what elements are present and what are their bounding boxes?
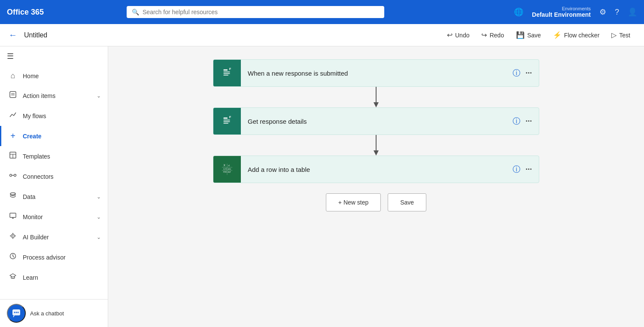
home-icon: ⌂ xyxy=(8,71,18,80)
step1-icon-box: F xyxy=(213,59,241,87)
sidebar-item-monitor[interactable]: Monitor ⌄ xyxy=(0,207,108,227)
svg-rect-38 xyxy=(224,123,228,124)
globe-icon[interactable]: 🌐 xyxy=(514,7,523,17)
step2-label: Get response details xyxy=(241,118,506,125)
step2-help-icon[interactable]: ⓘ xyxy=(513,116,520,126)
step2-actions: ⓘ ··· xyxy=(506,116,539,126)
svg-text:F: F xyxy=(229,67,231,71)
svg-text:abc: abc xyxy=(228,168,231,170)
help-icon[interactable]: ? xyxy=(615,8,619,17)
chatbot-area: Ask a chatbot xyxy=(0,299,108,327)
data-chevron: ⌄ xyxy=(97,194,101,200)
flow-actions: + New step Save xyxy=(326,193,426,211)
create-icon: + xyxy=(8,131,18,141)
flow-canvas: F When a new response is submitted ⓘ ··· xyxy=(108,46,644,327)
user-icon[interactable]: 👤 xyxy=(628,7,637,17)
flow-step-3[interactable]: X xl 123 abc 456 def Add a row into a ta… xyxy=(213,156,539,183)
redo-icon: ↪ xyxy=(481,31,487,39)
undo-button[interactable]: ↩ Undo xyxy=(442,28,474,42)
process-advisor-icon xyxy=(8,252,18,262)
header-right: 🌐 Environments Default Environment ⚙ ? 👤 xyxy=(514,6,637,18)
step3-help-icon[interactable]: ⓘ xyxy=(513,164,520,174)
action-items-icon xyxy=(8,91,18,101)
svg-line-21 xyxy=(13,256,14,257)
env-name: Default Environment xyxy=(532,11,591,18)
env-label: Environments xyxy=(532,6,591,11)
sub-header-actions: ↩ Undo ↪ Redo 💾 Save ⚡ Flow checker ▷ Te… xyxy=(442,28,635,42)
sidebar-item-action-items[interactable]: Action items ⌄ xyxy=(0,86,108,106)
flow-container: F When a new response is submitted ⓘ ··· xyxy=(213,59,539,211)
save-icon: 💾 xyxy=(516,31,525,39)
step2-icon-box: F xyxy=(213,107,241,135)
ai-builder-chevron: ⌄ xyxy=(97,234,101,240)
step3-icon-box: X xl 123 abc 456 def xyxy=(213,156,241,183)
sidebar-item-process-advisor[interactable]: Process advisor xyxy=(0,247,108,267)
redo-button[interactable]: ↪ Redo xyxy=(476,28,509,42)
svg-point-9 xyxy=(10,193,15,195)
svg-text:X: X xyxy=(224,164,226,167)
svg-text:123: 123 xyxy=(223,168,227,170)
chatbot-label: Ask a chatbot xyxy=(30,310,64,317)
settings-icon[interactable]: ⚙ xyxy=(599,7,606,17)
step3-more-icon[interactable]: ··· xyxy=(526,165,532,174)
svg-point-7 xyxy=(14,174,16,177)
templates-icon xyxy=(8,151,18,161)
monitor-chevron: ⌄ xyxy=(97,214,101,220)
arrow-1 xyxy=(372,87,380,107)
hamburger-button[interactable]: ☰ xyxy=(0,46,108,66)
sidebar-item-templates[interactable]: Templates xyxy=(0,146,108,166)
new-step-button[interactable]: + New step xyxy=(326,193,381,211)
step1-label: When a new response is submitted xyxy=(241,70,506,77)
svg-point-14 xyxy=(12,235,14,237)
svg-rect-29 xyxy=(224,73,230,74)
ai-builder-icon xyxy=(8,232,18,242)
sidebar-footer: Ask a chatbot xyxy=(0,299,108,327)
test-icon: ▷ xyxy=(611,31,617,39)
data-icon xyxy=(8,192,18,202)
step2-more-icon[interactable]: ··· xyxy=(526,117,532,126)
svg-rect-10 xyxy=(10,213,16,217)
flow-step-1[interactable]: F When a new response is submitted ⓘ ··· xyxy=(213,59,539,87)
chatbot-button[interactable] xyxy=(7,304,26,323)
flow-step-2[interactable]: F Get response details ⓘ ··· xyxy=(213,107,539,135)
sidebar-item-data[interactable]: Data ⌄ xyxy=(0,186,108,207)
back-button[interactable]: ← xyxy=(9,30,17,40)
action-items-chevron: ⌄ xyxy=(97,93,101,99)
environment-info: Environments Default Environment xyxy=(532,6,591,18)
flow-checker-icon: ⚡ xyxy=(553,31,562,39)
svg-rect-27 xyxy=(224,70,228,71)
svg-point-24 xyxy=(16,312,17,313)
search-input[interactable] xyxy=(143,9,379,15)
sidebar-item-connectors[interactable]: Connectors xyxy=(0,166,108,186)
undo-icon: ↩ xyxy=(447,31,453,39)
sidebar-item-create[interactable]: + Create xyxy=(0,126,108,146)
sidebar-item-home[interactable]: ⌂ Home xyxy=(0,66,108,86)
svg-rect-30 xyxy=(224,75,228,76)
top-header: Office 365 🔍 🌐 Environments Default Envi… xyxy=(0,0,644,24)
test-button[interactable]: ▷ Test xyxy=(606,28,635,42)
main-layout: ☰ ⌂ Home Action items ⌄ My flows xyxy=(0,46,644,327)
svg-rect-0 xyxy=(10,92,16,98)
sidebar-item-ai-builder[interactable]: AI Builder ⌄ xyxy=(0,227,108,247)
learn-icon xyxy=(8,272,18,282)
svg-rect-37 xyxy=(224,121,230,122)
step1-help-icon[interactable]: ⓘ xyxy=(513,68,520,78)
sidebar-item-learn[interactable]: Learn xyxy=(0,267,108,287)
flow-checker-button[interactable]: ⚡ Flow checker xyxy=(548,28,605,42)
step1-more-icon[interactable]: ··· xyxy=(526,69,532,78)
svg-rect-28 xyxy=(224,71,230,72)
svg-rect-36 xyxy=(224,119,230,120)
svg-point-25 xyxy=(18,312,19,313)
svg-point-23 xyxy=(14,312,15,313)
my-flows-icon xyxy=(8,111,18,121)
svg-rect-35 xyxy=(224,118,228,119)
connectors-icon xyxy=(8,171,18,181)
svg-text:xl: xl xyxy=(228,164,230,167)
save-button-header[interactable]: 💾 Save xyxy=(511,28,546,42)
svg-text:def: def xyxy=(228,171,231,173)
search-bar: 🔍 xyxy=(127,6,384,18)
svg-marker-33 xyxy=(374,102,379,107)
save-flow-button[interactable]: Save xyxy=(388,193,426,211)
office-logo: Office 365 xyxy=(7,8,58,17)
sidebar-item-my-flows[interactable]: My flows xyxy=(0,106,108,126)
